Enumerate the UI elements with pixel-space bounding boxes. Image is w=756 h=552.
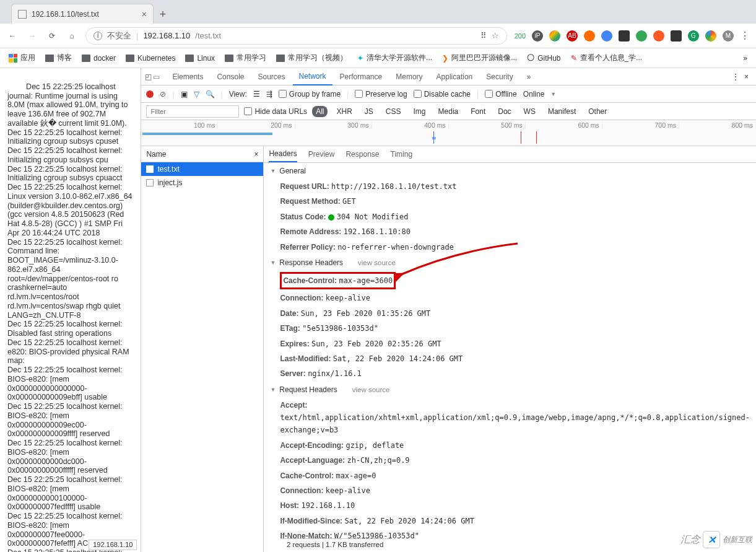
url-path: /test.txt	[195, 31, 221, 40]
network-waterfall[interactable]: 100 ms200 ms300 ms400 ms500 ms600 ms700 …	[141, 120, 756, 146]
view-tree-icon[interactable]: ⇶	[266, 90, 272, 99]
tabs-overflow-icon[interactable]: »	[521, 69, 537, 85]
bookmark-folder[interactable]: 常用学习（视频）	[276, 53, 347, 63]
chevron-down-icon[interactable]: ▼	[550, 91, 556, 97]
bookmark-folder[interactable]: 常用学习	[225, 53, 266, 63]
view-source-link[interactable]: view source	[352, 386, 390, 393]
filter-ws[interactable]: WS	[520, 106, 539, 117]
info-icon[interactable]: i	[93, 32, 102, 40]
adblock-icon[interactable]: AB	[567, 30, 578, 42]
search-icon[interactable]: 🔍	[206, 90, 215, 99]
file-icon	[146, 179, 154, 186]
filter-input[interactable]	[146, 105, 239, 118]
tab-console[interactable]: Console	[211, 69, 250, 85]
filter-img[interactable]: Img	[410, 106, 430, 117]
record-button[interactable]	[146, 90, 154, 98]
filter-other[interactable]: Other	[584, 106, 610, 117]
ext-icon[interactable]	[584, 30, 595, 42]
menu-icon[interactable]: ⋮	[740, 30, 750, 42]
forward-button[interactable]: →	[26, 30, 38, 42]
url-host: 192.168.1.10	[143, 31, 190, 40]
capture-icon[interactable]: ▣	[181, 90, 188, 99]
tab-memory[interactable]: Memory	[389, 69, 428, 85]
close-icon[interactable]: ×	[142, 9, 147, 19]
bookmark-folder[interactable]: Linux	[185, 54, 215, 63]
filter-all[interactable]: All	[312, 106, 328, 117]
tab-security[interactable]: Security	[480, 69, 519, 85]
devtools-menu-icon[interactable]: ⋮	[732, 72, 739, 81]
new-tab-button[interactable]: +	[154, 5, 172, 24]
tab-network[interactable]: Network	[293, 68, 332, 85]
tab-application[interactable]: Application	[430, 69, 479, 85]
view-source-link[interactable]: view source	[358, 259, 396, 266]
ext-icon[interactable]: M	[723, 30, 734, 42]
browser-tab-bar: 192.168.1.10/test.txt × +	[0, 0, 756, 24]
ext-icon[interactable]	[671, 30, 682, 42]
filter-css[interactable]: CSS	[382, 106, 405, 117]
response-headers-section[interactable]: ▼Response Headersview source	[264, 255, 756, 271]
ext-icon[interactable]	[653, 30, 664, 42]
back-button[interactable]: ←	[6, 30, 19, 42]
filter-font[interactable]: Font	[467, 106, 489, 117]
highlighted-cache-control: Cache-Control: max-age=3600	[280, 272, 396, 289]
not-secure-label: 不安全	[107, 30, 131, 42]
bookmark-star-icon[interactable]: ☆	[492, 31, 499, 40]
filter-xhr[interactable]: XHR	[332, 106, 355, 117]
request-list-header: Name×	[141, 146, 263, 162]
bookmark-folder[interactable]: Kubernetes	[126, 54, 175, 63]
request-row[interactable]: inject.js	[141, 176, 263, 190]
tab-preview[interactable]: Preview	[308, 147, 335, 162]
ext-icon[interactable]	[705, 30, 716, 42]
filter-media[interactable]: Media	[435, 106, 463, 117]
translate-icon[interactable]: ⠿	[480, 31, 487, 40]
clear-button[interactable]: ⊘	[160, 90, 166, 99]
filter-icon[interactable]: ▽	[194, 90, 199, 99]
tab-response[interactable]: Response	[345, 147, 379, 162]
filter-manifest[interactable]: Manifest	[544, 106, 580, 117]
devtools-tabs: ◰ ▭ Elements Console Sources Network Per…	[141, 68, 756, 85]
tab-performance[interactable]: Performance	[334, 69, 389, 85]
request-detail: Headers Preview Response Timing ▼General…	[264, 146, 756, 552]
bookmark-folder[interactable]: docker	[82, 54, 116, 63]
bookmark-link[interactable]: ✦清华大学开源软件...	[357, 53, 432, 63]
tab-timing[interactable]: Timing	[391, 147, 413, 162]
general-section[interactable]: ▼General	[264, 163, 756, 179]
browser-tab[interactable]: 192.168.1.10/test.txt ×	[11, 4, 154, 24]
filter-doc[interactable]: Doc	[494, 106, 515, 117]
url-input[interactable]: i 不安全 | 192.168.1.10/test.txt ⠿ ☆	[85, 27, 507, 45]
bookmark-link[interactable]: ✎查看个人信息_学...	[571, 53, 643, 63]
throttling-select[interactable]: Online	[523, 90, 545, 99]
tab-elements[interactable]: Elements	[166, 69, 209, 85]
request-headers-section[interactable]: ▼Request Headersview source	[264, 382, 756, 398]
ext-icon[interactable]: iP	[532, 30, 543, 42]
view-list-icon[interactable]: ☰	[253, 90, 260, 99]
bookmark-folder[interactable]: 博客	[45, 53, 72, 63]
close-detail-icon[interactable]: ×	[254, 150, 258, 159]
tab-sources[interactable]: Sources	[251, 69, 291, 85]
hide-data-urls-checkbox[interactable]: Hide data URLs	[244, 107, 307, 116]
apps-button[interactable]: 应用	[9, 53, 35, 63]
watermark: 汇念 ✕ 创新互联	[680, 531, 752, 548]
request-list: Name× test.txt inject.js	[141, 146, 264, 552]
disable-cache-checkbox[interactable]: Disable cache	[414, 90, 471, 99]
devtools-close-icon[interactable]: ×	[741, 72, 752, 81]
tab-headers[interactable]: Headers	[269, 146, 297, 162]
inspect-icon[interactable]: ◰	[145, 72, 152, 81]
filter-js[interactable]: JS	[361, 106, 377, 117]
offline-checkbox[interactable]: Offline	[485, 90, 516, 99]
tab-title: 192.168.1.10/test.txt	[32, 10, 137, 19]
ext-icon[interactable]	[636, 30, 647, 42]
preserve-log-checkbox[interactable]: Preserve log	[355, 90, 407, 99]
home-button[interactable]: ⌂	[66, 30, 78, 42]
request-row[interactable]: test.txt	[141, 162, 263, 176]
reload-button[interactable]: ⟳	[46, 30, 58, 42]
ext-icon[interactable]	[549, 30, 560, 42]
device-icon[interactable]: ▭	[153, 72, 160, 81]
bookmark-overflow-icon[interactable]: »	[743, 54, 747, 63]
ext-icon[interactable]: G	[688, 30, 699, 42]
bookmark-link[interactable]: 〇GitHub	[527, 53, 560, 63]
group-by-frame-checkbox[interactable]: Group by frame	[279, 90, 341, 99]
bookmark-link[interactable]: ❯阿里巴巴开源镜像...	[442, 53, 517, 63]
ext-icon[interactable]	[601, 30, 612, 42]
ext-icon[interactable]	[619, 30, 630, 42]
